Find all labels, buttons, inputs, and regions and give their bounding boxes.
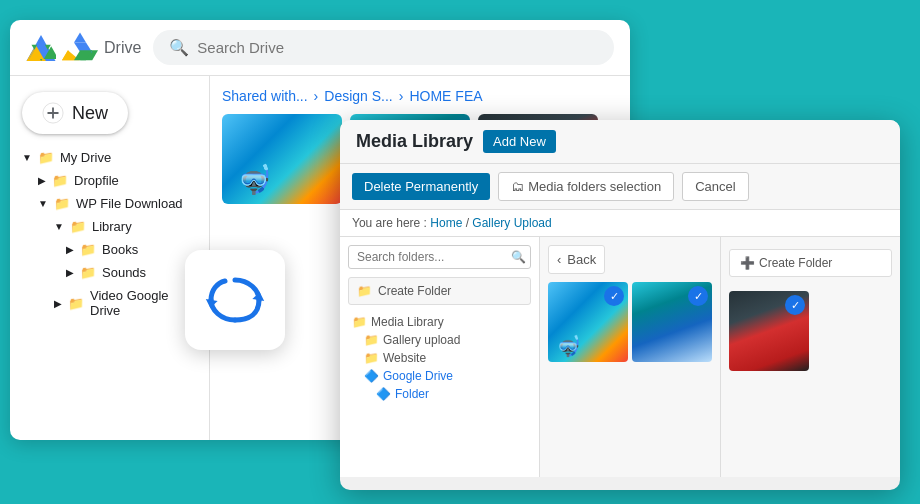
back-label: Back xyxy=(567,252,596,267)
media-folders-label: Media folders selection xyxy=(528,179,661,194)
folder-icon: 🗂 xyxy=(511,179,524,194)
folder-tree-item-folder[interactable]: 🔷 Folder xyxy=(348,385,531,403)
folder-icon: 📁 xyxy=(38,150,54,165)
search-folders-bar[interactable]: 🔍 xyxy=(348,245,531,269)
location-home-link[interactable]: Home xyxy=(430,216,462,230)
folder-icon: 📁 xyxy=(364,333,379,347)
folder-tree-item-galleryupload[interactable]: 📁 Gallery upload xyxy=(348,331,531,349)
search-icon: 🔍 xyxy=(511,250,526,264)
sidebar-item-label: Library xyxy=(92,219,132,234)
folder-tree-item-googledrive[interactable]: 🔷 Google Drive xyxy=(348,367,531,385)
media-toolbar: Delete Permanently 🗂 Media folders selec… xyxy=(340,164,900,210)
cancel-button[interactable]: Cancel xyxy=(682,172,748,201)
media-thumb-woman[interactable]: ✓ xyxy=(729,291,809,371)
sidebar-item-dropfile[interactable]: ▶ 📁 Dropfile xyxy=(10,169,209,192)
sidebar-item-videogoogledrive[interactable]: ▶ 📁 Video Google Drive xyxy=(10,284,209,322)
folder-label: Media Library xyxy=(371,315,444,329)
sidebar-item-label: My Drive xyxy=(60,150,111,165)
folder-icon: 📁 xyxy=(80,242,96,257)
breadcrumb: Shared with... › Design S... › HOME FEA xyxy=(222,88,618,104)
drive-logo-text: Drive xyxy=(104,39,141,57)
chevron-right-icon: ▶ xyxy=(66,244,74,255)
sidebar-item-label: Dropfile xyxy=(74,173,119,188)
sidebar-item-label: Books xyxy=(102,242,138,257)
media-images-grid: 🤿 ✓ ✓ xyxy=(548,282,712,362)
folder-icon: 📁 xyxy=(357,284,372,298)
folder-icon: 📁 xyxy=(54,196,70,211)
breadcrumb-part3[interactable]: HOME FEA xyxy=(409,88,482,104)
sidebar-item-label: Sounds xyxy=(102,265,146,280)
breadcrumb-sep2: › xyxy=(399,88,404,104)
media-library-header: Media Library Add New xyxy=(340,120,900,164)
drive-sidebar: New ▼ 📁 My Drive ▶ 📁 Dropfile ▼ 📁 WP Fil… xyxy=(10,76,210,440)
chevron-down-icon: ▼ xyxy=(38,198,48,209)
sync-card xyxy=(185,250,285,350)
sidebar-item-library[interactable]: ▼ 📁 Library xyxy=(10,215,209,238)
media-images-grid-right: ✓ xyxy=(729,291,892,371)
folder-icon: 📁 xyxy=(70,219,86,234)
sidebar-item-label: Video Google Drive xyxy=(90,288,197,318)
media-left-panel: 🔍 📁 Create Folder 📁 Media Library 📁 Gall… xyxy=(340,237,540,477)
search-icon: 🔍 xyxy=(169,38,189,57)
drive-logo-svg xyxy=(62,32,98,64)
breadcrumb-sep1: › xyxy=(314,88,319,104)
create-folder-btn2-label: Create Folder xyxy=(759,256,832,270)
chevron-right-icon: ▶ xyxy=(66,267,74,278)
check-icon: ✓ xyxy=(604,286,624,306)
folder-icon: 📁 xyxy=(68,296,84,311)
drive-logo: Drive xyxy=(26,32,141,64)
drive-search-bar[interactable]: 🔍 xyxy=(153,30,614,65)
media-location-bar: You are here : Home / Gallery Upload xyxy=(340,210,900,237)
sync-icon xyxy=(205,270,265,330)
sidebar-item-label: WP File Download xyxy=(76,196,183,211)
google-drive-icon xyxy=(26,35,56,61)
sidebar-item-wpfiledownload[interactable]: ▼ 📁 WP File Download xyxy=(10,192,209,215)
sidebar-item-sounds[interactable]: ▶ 📁 Sounds xyxy=(10,261,209,284)
new-button-label: New xyxy=(72,103,108,124)
breadcrumb-part2[interactable]: Design S... xyxy=(324,88,392,104)
folder-label: Folder xyxy=(395,387,429,401)
chevron-right-icon: ▶ xyxy=(38,175,46,186)
new-button[interactable]: New xyxy=(22,92,128,134)
create-folder-button[interactable]: 📁 Create Folder xyxy=(348,277,531,305)
chevron-down-icon: ▼ xyxy=(54,221,64,232)
folder-icon: 📁 xyxy=(80,265,96,280)
folder-label: Website xyxy=(383,351,426,365)
create-folder-label: Create Folder xyxy=(378,284,451,298)
breadcrumb-part1[interactable]: Shared with... xyxy=(222,88,308,104)
plus-icon xyxy=(42,102,64,124)
delete-permanently-button[interactable]: Delete Permanently xyxy=(352,173,490,200)
folder-tree-item-medialibrary[interactable]: 📁 Media Library xyxy=(348,313,531,331)
media-library-panel: Media Library Add New Delete Permanently… xyxy=(340,120,900,490)
chevron-down-icon: ▼ xyxy=(22,152,32,163)
location-current-link[interactable]: Gallery Upload xyxy=(472,216,551,230)
folder-label: Google Drive xyxy=(383,369,453,383)
folder-icon: 📁 xyxy=(364,351,379,365)
sidebar-item-books[interactable]: ▶ 📁 Books xyxy=(10,238,209,261)
google-drive-icon: 🔷 xyxy=(376,387,391,401)
folder-label: Gallery upload xyxy=(383,333,460,347)
check-icon: ✓ xyxy=(785,295,805,315)
search-input[interactable] xyxy=(197,39,598,56)
add-new-button[interactable]: Add New xyxy=(483,130,556,153)
plus-icon: ➕ xyxy=(740,256,755,270)
google-drive-icon: 🔷 xyxy=(364,369,379,383)
media-body: 🔍 📁 Create Folder 📁 Media Library 📁 Gall… xyxy=(340,237,900,477)
media-right-right: ➕ Create Folder ✓ xyxy=(721,237,900,477)
drive-header: Drive 🔍 xyxy=(10,20,630,76)
media-thumb-island[interactable]: ✓ xyxy=(632,282,712,362)
location-prefix: You are here : xyxy=(352,216,427,230)
folder-icon: 📁 xyxy=(52,173,68,188)
folder-tree-item-website[interactable]: 📁 Website xyxy=(348,349,531,367)
sidebar-item-mydrive[interactable]: ▼ 📁 My Drive xyxy=(10,146,209,169)
media-right-left: ‹ Back 🤿 ✓ ✓ xyxy=(540,237,721,477)
media-folders-button[interactable]: 🗂 Media folders selection xyxy=(498,172,674,201)
media-thumb-pool[interactable]: 🤿 ✓ xyxy=(548,282,628,362)
back-button[interactable]: ‹ Back xyxy=(548,245,605,274)
svg-marker-6 xyxy=(74,32,86,42)
search-folders-input[interactable] xyxy=(357,250,507,264)
image-thumb-pool[interactable]: 🤿 xyxy=(222,114,342,204)
create-folder-button-2[interactable]: ➕ Create Folder xyxy=(729,249,892,277)
media-library-title: Media Library xyxy=(356,131,473,152)
chevron-right-icon: ▶ xyxy=(54,298,62,309)
